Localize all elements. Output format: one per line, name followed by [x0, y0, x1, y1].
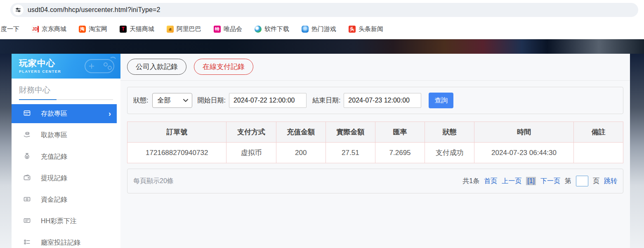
table-header-cell: 支付方式	[226, 122, 276, 143]
sidebar: 玩家中心 PLAYERS CENTER 財務中心 存款專區›取款專區充值記錄提現…	[12, 54, 120, 248]
per-page-label: 每頁顯示20條	[133, 177, 174, 186]
table-header-cell: 實際金額	[326, 122, 375, 143]
sidebar-item[interactable]: 取款專區	[12, 126, 120, 145]
ticket-list-icon	[23, 217, 31, 226]
end-date-label: 結束日期:	[312, 96, 340, 105]
sidebar-item-label: HH彩票下注	[41, 217, 77, 226]
games-icon	[302, 26, 309, 33]
start-date-label: 開始日期:	[197, 96, 225, 105]
bookmark-label: 淘宝网	[89, 25, 107, 33]
software-icon	[255, 26, 262, 33]
table-cell: 虚拟币	[226, 143, 276, 163]
sidebar-item-label: 資金記錄	[41, 196, 67, 204]
bookmark-label: 京东商城	[42, 25, 66, 33]
table-cell: 200	[276, 143, 326, 163]
section-divider-accent	[19, 99, 57, 100]
sidebar-item[interactable]: 資金記錄	[12, 190, 120, 209]
bookmark-item[interactable]: 软件下载	[255, 25, 289, 33]
bookmark-item[interactable]: JD京东商城	[32, 25, 66, 33]
toutiao-icon: 头	[349, 26, 356, 33]
wallet-icon	[23, 174, 31, 183]
end-date-input[interactable]	[344, 93, 421, 108]
start-date-input[interactable]	[229, 93, 307, 108]
pagination-bar: 每頁顯示20條 共1条 首页 上一页 [1] 下一页 第 页 跳转	[127, 169, 623, 193]
jump-button[interactable]: 跳转	[604, 177, 617, 186]
browser-chrome: usdt04.com/hhcp/usercenter.html?iniType=…	[0, 0, 644, 39]
jump-page-input[interactable]	[576, 176, 588, 186]
list-bullets-icon	[23, 238, 31, 248]
pager-controls: 共1条 首页 上一页 [1] 下一页 第 页 跳转	[462, 176, 617, 186]
finance-center-heading: 財務中心	[12, 79, 120, 99]
bookmark-label: 软件下载	[264, 25, 289, 33]
bookmark-label: 唯品会	[224, 25, 242, 33]
url-text[interactable]: usdt04.com/hhcp/usercenter.html?iniType=…	[28, 6, 160, 14]
table-header-row: 訂單號支付方式充值金額實際金額匯率狀態時間備註	[127, 122, 623, 143]
table-cell: 7.2695	[375, 143, 425, 163]
record-tabs: 公司入款記錄 在線支付記錄	[120, 54, 630, 81]
sidebar-menu: 存款專區›取款專區充值記錄提現記錄資金記錄HH彩票下注廳室投註記錄	[12, 104, 120, 248]
sidebar-item[interactable]: 提現記錄	[12, 169, 120, 188]
bookmark-label: 头条新闻	[359, 25, 383, 33]
table-header-cell: 訂單號	[127, 122, 226, 143]
bookmark-item[interactable]: 度一下	[1, 25, 19, 33]
site-settings-icon[interactable]	[13, 5, 24, 15]
table-body: 1721688270940732虚拟币20027.517.2695支付成功202…	[127, 143, 623, 163]
status-select[interactable]: 全部	[152, 93, 192, 108]
table-row: 1721688270940732虚拟币20027.517.2695支付成功202…	[127, 143, 623, 163]
table-header-cell: 充值金額	[276, 122, 326, 143]
tab-company-deposit-records[interactable]: 公司入款記錄	[127, 59, 186, 75]
bookmark-label: 热门游戏	[311, 25, 336, 33]
money-bag-icon	[23, 152, 31, 162]
gamepad-icon	[82, 55, 117, 79]
players-center-banner: 玩家中心 PLAYERS CENTER	[12, 54, 120, 79]
alibaba-icon: a	[167, 26, 174, 33]
section-divider	[19, 99, 113, 100]
sidebar-item[interactable]: 充值記錄	[12, 147, 120, 166]
bookmark-label: 阿里巴巴	[177, 25, 201, 33]
table-header-cell: 備註	[573, 122, 623, 143]
chevron-right-icon: ›	[109, 110, 111, 118]
address-bar[interactable]: usdt04.com/hhcp/usercenter.html?iniType=…	[10, 3, 638, 17]
table-cell: 1721688270940732	[127, 143, 226, 163]
page-background-banner	[0, 39, 644, 54]
tab-online-payment-records[interactable]: 在線支付記錄	[194, 59, 253, 75]
sidebar-item-label: 取款專區	[41, 131, 67, 140]
main-panel: 公司入款記錄 在線支付記錄 狀態: 全部 開始日期: 結束日期: 查詢 訂單號支…	[120, 54, 630, 248]
bookmark-item[interactable]: 特唯品会	[214, 25, 242, 33]
content-shell: 玩家中心 PLAYERS CENTER 財務中心 存款專區›取款專區充值記錄提現…	[12, 54, 630, 248]
jump-suffix-label: 页	[593, 177, 599, 186]
bookmark-item[interactable]: T天猫商城	[120, 25, 154, 33]
bookmark-item[interactable]: 淘淘宝网	[79, 25, 107, 33]
bookmark-item[interactable]: a阿里巴巴	[167, 25, 201, 33]
bookmark-label: 度一下	[1, 25, 19, 33]
first-page-link[interactable]: 首页	[484, 177, 497, 186]
table-cell: 支付成功	[425, 143, 474, 163]
table-header-cell: 時間	[474, 122, 573, 143]
status-label: 狀態:	[133, 96, 148, 105]
bookmarks-bar: 度一下JD京东商城淘淘宝网T天猫商城a阿里巴巴特唯品会软件下载热门游戏头头条新闻	[0, 20, 383, 38]
status-selected-value: 全部	[157, 96, 170, 105]
sidebar-item-label: 存款專區	[41, 110, 67, 118]
jump-prefix-label: 第	[565, 177, 571, 186]
sidebar-item-label: 提現記錄	[41, 174, 67, 183]
sidebar-item-label: 充值記錄	[41, 153, 67, 161]
table-header-cell: 狀態	[425, 122, 474, 143]
next-page-link[interactable]: 下一页	[540, 177, 560, 186]
tmall-icon: T	[120, 26, 127, 33]
deposit-card-icon	[23, 109, 31, 119]
bookmark-item[interactable]: 热门游戏	[302, 25, 336, 33]
total-count-label: 共1条	[462, 177, 479, 186]
vip-icon: 特	[214, 26, 221, 33]
query-button[interactable]: 查詢	[429, 93, 453, 108]
sidebar-item[interactable]: 存款專區›	[12, 104, 117, 123]
jd-icon: JD	[32, 26, 39, 33]
chevron-down-icon	[183, 99, 188, 102]
table-cell: 2024-07-23 06:44:30	[474, 143, 573, 163]
table-header-cell: 匯率	[375, 122, 425, 143]
filter-bar: 狀態: 全部 開始日期: 結束日期: 查詢	[127, 87, 623, 114]
current-page-indicator: [1]	[526, 177, 536, 185]
sidebar-item[interactable]: 廳室投註記錄	[12, 233, 120, 248]
sidebar-item[interactable]: HH彩票下注	[12, 212, 120, 231]
bookmark-item[interactable]: 头头条新闻	[349, 25, 383, 33]
prev-page-link[interactable]: 上一页	[502, 177, 521, 186]
